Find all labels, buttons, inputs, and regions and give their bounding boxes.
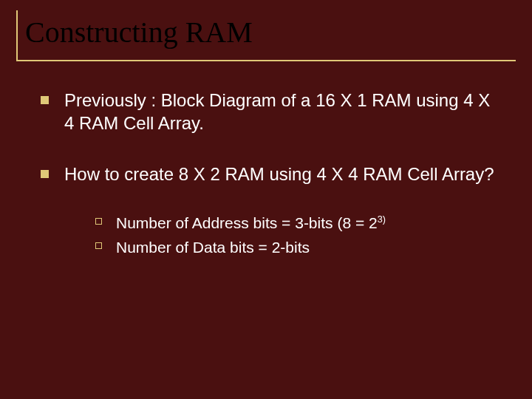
bullet-text: How to create 8 X 2 RAM using 4 X 4 RAM …: [64, 164, 494, 184]
slide-title: Constructing RAM: [25, 15, 516, 50]
square-bullet-icon: [41, 96, 49, 104]
outline-square-bullet-icon: [95, 242, 102, 249]
bullet-item: Previously : Block Diagram of a 16 X 1 R…: [41, 89, 502, 134]
slide-body: Previously : Block Diagram of a 16 X 1 R…: [41, 89, 502, 285]
bullet-text: Previously : Block Diagram of a 16 X 1 R…: [64, 90, 490, 133]
bullet-item: How to create 8 X 2 RAM using 4 X 4 RAM …: [41, 163, 502, 257]
title-rule-box: Constructing RAM: [16, 10, 516, 61]
sub-bullet-text: Number of Address bits = 3-bits (8 = 23): [116, 214, 386, 231]
sub-bullet-item: Number of Data bits = 2-bits: [95, 237, 502, 257]
outline-square-bullet-icon: [95, 218, 102, 225]
title-container: Constructing RAM: [16, 10, 516, 61]
sub-bullet-item: Number of Address bits = 3-bits (8 = 23): [95, 213, 502, 233]
square-bullet-icon: [41, 170, 49, 178]
sub-bullet-list: Number of Address bits = 3-bits (8 = 23)…: [64, 213, 502, 258]
sub-bullet-text: Number of Data bits = 2-bits: [116, 239, 310, 256]
